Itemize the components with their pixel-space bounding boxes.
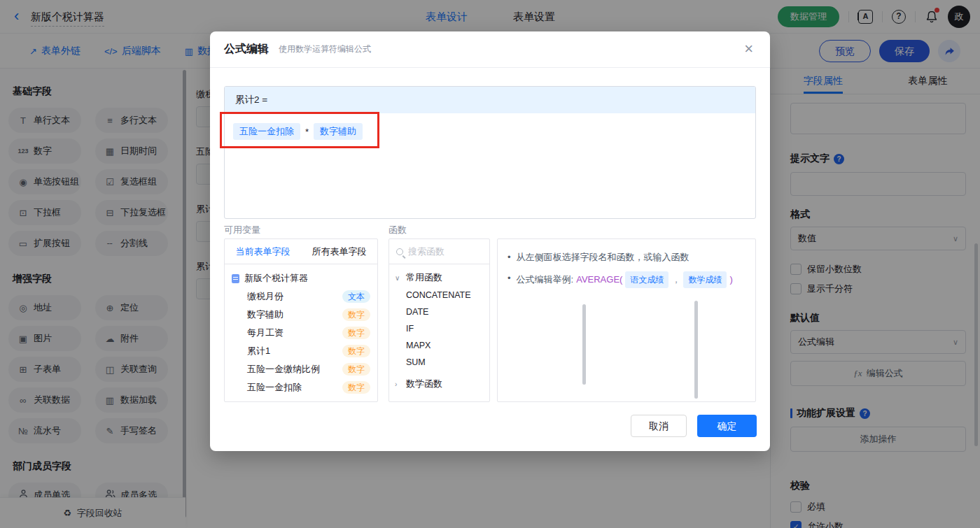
variables-label: 可用变量	[224, 224, 260, 236]
function-item[interactable]: IF	[389, 320, 489, 337]
example-function-open: AVERAGE(	[576, 273, 622, 287]
formula-target: 累计2 =	[225, 87, 755, 113]
function-group[interactable]: ∨常用函数	[389, 269, 489, 287]
example-function-close: )	[729, 273, 732, 287]
close-icon[interactable]: ×	[744, 41, 753, 57]
variables-scrollbar[interactable]	[582, 304, 586, 385]
field-type-badge: 数字	[342, 327, 370, 339]
function-group[interactable]: ›数学函数	[389, 375, 489, 393]
form-doc-icon	[232, 274, 239, 283]
function-item[interactable]: DATE	[389, 304, 489, 320]
caret-down-icon: ∨	[395, 274, 402, 282]
caret-right-icon: ›	[395, 380, 402, 388]
variable-item[interactable]: 数字辅助数字	[225, 306, 377, 324]
variables-tabs: 当前表单字段所有表单字段	[225, 239, 377, 264]
function-group[interactable]: ›文本函数	[389, 397, 489, 402]
variables-tab-0[interactable]: 当前表单字段	[225, 239, 301, 264]
example-field-chip: 数学成绩	[683, 271, 727, 288]
form-root-node[interactable]: 新版个税计算器	[225, 264, 377, 287]
function-search	[389, 239, 489, 264]
function-item[interactable]: MAPX	[389, 337, 489, 354]
functions-scrollbar[interactable]	[694, 301, 698, 399]
variable-item[interactable]: 五险一金缴纳比例数字	[225, 360, 377, 378]
example-field-chip: 语文成绩	[625, 271, 668, 288]
cancel-button[interactable]: 取消	[631, 415, 687, 437]
function-item[interactable]: SUM	[389, 354, 489, 371]
variables-tab-1[interactable]: 所有表单字段	[301, 239, 377, 264]
tip-line-2: 公式编辑举例: AVERAGE( 语文成绩 ， 数学成绩 )	[507, 271, 746, 288]
field-type-badge: 文本	[342, 290, 370, 303]
tip-line-1: 从左侧面板选择字段名和函数，或输入函数	[507, 250, 746, 264]
modal-header: 公式编辑 使用数学运算符编辑公式	[210, 31, 770, 68]
search-icon	[396, 248, 403, 255]
functions-label: 函数	[388, 224, 407, 236]
formula-field-chip[interactable]: 数字辅助	[314, 123, 363, 140]
app-root: ‹ 新版个税计算器 表单设计表单设置 数据管理 A ? 政 ↗表单外链</>后端…	[0, 0, 980, 528]
formula-editor-modal: 公式编辑 使用数学运算符编辑公式 × 累计2 = 五险一金扣除*数字辅助 可用变…	[210, 31, 770, 451]
variables-panel: 当前表单字段所有表单字段 新版个税计算器 缴税月份文本数字辅助数字每月工资数字累…	[224, 238, 378, 402]
confirm-button[interactable]: 确定	[697, 415, 757, 437]
functions-panel: ∨常用函数CONCATENATEDATEIFMAPXSUM›数学函数›文本函数	[388, 238, 490, 402]
formula-expression[interactable]: 五险一金扣除*数字辅助	[225, 113, 755, 150]
functions-list: ∨常用函数CONCATENATEDATEIFMAPXSUM›数学函数›文本函数	[389, 269, 489, 402]
field-type-badge: 数字	[342, 381, 370, 394]
variable-item[interactable]: 累计1数字	[225, 342, 377, 360]
variables-list: 缴税月份文本数字辅助数字每月工资数字累计1数字五险一金缴纳比例数字五险一金扣除数…	[225, 287, 377, 397]
field-type-badge: 数字	[342, 308, 370, 321]
formula-editor[interactable]: 累计2 = 五险一金扣除*数字辅助	[224, 86, 756, 219]
function-item[interactable]: CONCATENATE	[389, 287, 489, 304]
function-search-input[interactable]	[408, 246, 475, 257]
field-type-badge: 数字	[342, 345, 370, 357]
formula-field-chip[interactable]: 五险一金扣除	[233, 123, 300, 140]
tips-panel: 从左侧面板选择字段名和函数，或输入函数 公式编辑举例: AVERAGE( 语文成…	[497, 238, 756, 402]
variable-item[interactable]: 五险一金扣除数字	[225, 378, 377, 397]
variable-item[interactable]: 缴税月份文本	[225, 287, 377, 306]
modal-title: 公式编辑	[224, 42, 269, 57]
formula-operator: *	[305, 127, 309, 137]
field-type-badge: 数字	[342, 363, 370, 376]
modal-subtitle: 使用数学运算符编辑公式	[279, 43, 371, 55]
variable-item[interactable]: 每月工资数字	[225, 324, 377, 342]
